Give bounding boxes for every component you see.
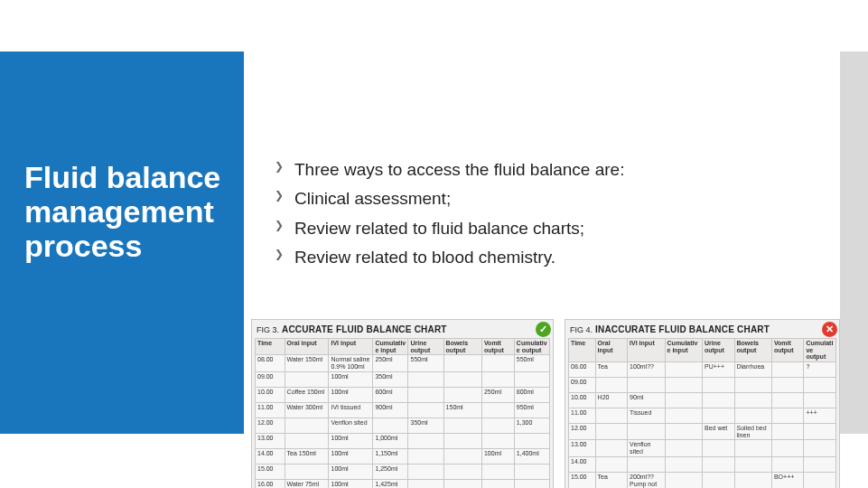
table-cell <box>443 355 481 371</box>
table-cell: 100ml <box>329 433 373 448</box>
table-cell <box>443 479 481 488</box>
table-cell <box>804 472 836 488</box>
table-cell <box>702 472 734 488</box>
table-cell <box>408 464 443 479</box>
table-cell: 250ml <box>481 387 514 402</box>
table-cell: 950ml <box>514 402 549 418</box>
table-row: 15.00100ml1,250ml <box>256 464 550 479</box>
table-cell: BO+++ <box>771 472 804 488</box>
table-cell <box>702 440 734 456</box>
table-row: 09.00 <box>569 378 836 393</box>
column-header: Oral input <box>285 339 329 355</box>
title-panel: Fluid balance management process <box>0 52 244 434</box>
table-cell <box>665 472 702 488</box>
slide-title: Fluid balance management process <box>24 160 228 263</box>
table-cell <box>408 402 443 418</box>
table-cell <box>734 440 771 456</box>
table-cell <box>771 378 804 393</box>
bullet-list: Three ways to access the fluid balance a… <box>267 155 827 272</box>
table-cell <box>702 456 734 472</box>
table-cell: Venflon sited <box>329 418 373 433</box>
figure-title: INACCURATE FLUID BALANCE CHART <box>595 324 770 334</box>
table-cell: 350ml <box>373 371 408 387</box>
table-cell <box>595 378 628 393</box>
table-cell: 600ml <box>373 387 408 402</box>
figures-row: ✓ FIG 3. ACCURATE FLUID BALANCE CHART Ti… <box>251 319 843 488</box>
table-cell: 12.00 <box>256 418 285 433</box>
table-cell <box>514 479 549 488</box>
table-row: 14.00Tea 150ml100ml1,150ml100ml1,400ml <box>256 448 550 464</box>
table-cell: 100ml <box>481 448 514 464</box>
figure-label: FIG 4. <box>570 325 593 334</box>
table-cell <box>443 371 481 387</box>
table-cell: 100ml <box>329 371 373 387</box>
table-row: 10.00Coffee 150ml100ml600ml250ml800ml <box>256 387 550 402</box>
table-cell <box>408 433 443 448</box>
table-cell <box>771 393 804 408</box>
column-header: Cumulative input <box>665 339 702 362</box>
column-header: Vomit output <box>771 339 804 362</box>
table-cell <box>514 433 549 448</box>
table-cell: Water 300ml <box>285 402 329 418</box>
bullet-item: Review related to fluid balance charts; <box>267 214 827 243</box>
table-cell <box>665 440 702 456</box>
table-cell: 10.00 <box>256 387 285 402</box>
table-row: 16.00Water 75ml100ml1,425ml <box>256 479 550 488</box>
table-cell <box>665 424 702 440</box>
column-header: Cumulative output <box>514 339 549 355</box>
figure-inaccurate-chart: ✕ FIG 4. INACCURATE FLUID BALANCE CHART … <box>565 319 840 488</box>
table-cell <box>285 464 329 479</box>
table-cell: 16.00 <box>256 479 285 488</box>
table-cell <box>481 371 514 387</box>
table-row: 13.00Venflon sited <box>569 440 836 456</box>
table-cell <box>443 418 481 433</box>
table-cell: 550ml <box>514 355 549 371</box>
table-cell: 09.00 <box>256 371 285 387</box>
table-cell: Venflon sited <box>628 440 665 456</box>
table-cell: Normal saline 0.9% 100ml <box>329 355 373 371</box>
table-cell <box>771 456 804 472</box>
table-cell <box>408 448 443 464</box>
table-cell: H20 <box>595 393 628 408</box>
table-cell <box>804 378 836 393</box>
table-cell: 100ml <box>329 387 373 402</box>
table-cell <box>481 433 514 448</box>
decorative-right-band <box>840 52 868 434</box>
table-cell <box>734 408 771 424</box>
table-cell <box>804 424 836 440</box>
table-cell: 12.00 <box>569 424 596 440</box>
table-cell <box>408 371 443 387</box>
table-cell: 100ml <box>329 464 373 479</box>
table-row: 10.00H2090ml <box>569 393 836 408</box>
table-cell <box>408 479 443 488</box>
table-cell: 150ml <box>443 402 481 418</box>
column-header: Cumulative output <box>804 339 836 362</box>
table-cell: Soiled bed linen <box>734 424 771 440</box>
table-cell <box>804 440 836 456</box>
table-cell: 11.00 <box>569 408 596 424</box>
table-cell: Water 150ml <box>285 355 329 371</box>
table-cell: Tea <box>595 472 628 488</box>
table-cell <box>481 464 514 479</box>
table-row: 09.00100ml350ml <box>256 371 550 387</box>
table-cell <box>285 418 329 433</box>
column-header: Urine output <box>702 339 734 362</box>
table-cell: 100ml <box>329 479 373 488</box>
table-cell: Water 75ml <box>285 479 329 488</box>
table-cell: 10.00 <box>569 393 596 408</box>
table-cell <box>443 448 481 464</box>
table-cell <box>665 456 702 472</box>
table-cell: 14.00 <box>569 456 596 472</box>
inaccurate-balance-table: TimeOral inputIVI inputCumulative inputU… <box>568 338 836 488</box>
table-cell: 1,300 <box>514 418 549 433</box>
table-cell <box>628 424 665 440</box>
table-cell: IVI tissued <box>329 402 373 418</box>
table-cell <box>628 456 665 472</box>
bullet-item: Three ways to access the fluid balance a… <box>267 155 827 184</box>
table-cell: 13.00 <box>569 440 596 456</box>
table-cell: Tea <box>595 362 628 378</box>
table-cell: Bed wet <box>702 424 734 440</box>
table-cell <box>771 408 804 424</box>
table-cell: 08.00 <box>256 355 285 371</box>
table-cell <box>595 408 628 424</box>
